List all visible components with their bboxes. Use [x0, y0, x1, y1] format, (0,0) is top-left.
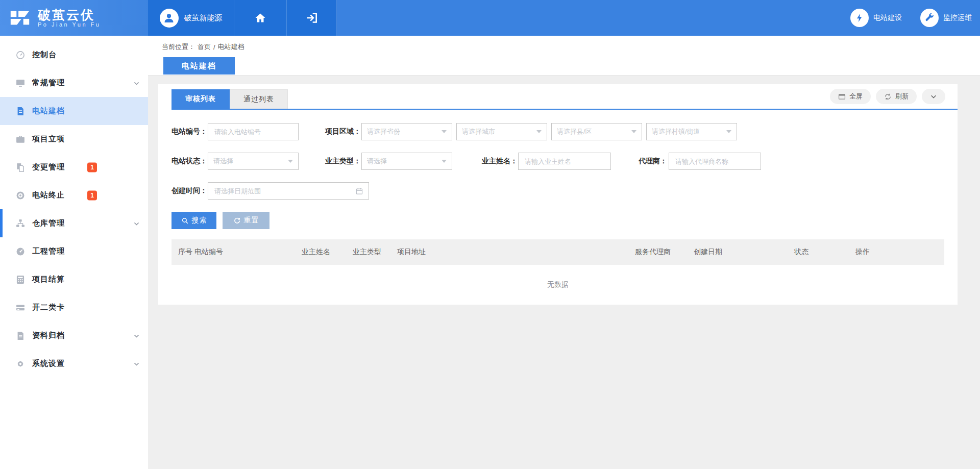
dashboard-icon	[15, 50, 26, 60]
nav-monitor-ops-label: 监控运维	[943, 13, 972, 22]
wrench-icon	[920, 9, 939, 27]
tab-passed-list[interactable]: 通过列表	[230, 89, 288, 109]
sidebar-item-data-archive[interactable]: 资料归档	[0, 322, 148, 350]
calculator-icon	[15, 275, 26, 285]
sidebar-item-label: 电站建档	[32, 106, 65, 116]
station-status-value: 请选择	[213, 157, 233, 166]
logout-button[interactable]	[287, 0, 337, 36]
date-range-input[interactable]	[213, 187, 355, 195]
column-header-owner-type: 业主类型	[353, 248, 397, 257]
user-name: 破茧新能源	[184, 13, 223, 23]
document-icon	[15, 106, 26, 116]
sidebar-item-console[interactable]: 控制台	[0, 41, 148, 69]
notification-badge: 1	[87, 190, 97, 200]
agent-label: 代理商：	[632, 157, 667, 166]
monitor-icon	[15, 78, 26, 88]
owner-name-input[interactable]	[524, 157, 605, 166]
sidebar-item-label: 系统设置	[32, 359, 65, 368]
nav-station-build-label: 电站建设	[873, 13, 902, 22]
search-button[interactable]: 搜索	[172, 212, 216, 229]
breadcrumb-home-link[interactable]: 首页	[198, 42, 211, 52]
village-select[interactable]: 请选择村镇/街道	[646, 123, 737, 140]
empty-state-text: 无数据	[172, 265, 944, 298]
owner-type-label: 业主类型：	[325, 157, 360, 166]
fullscreen-button[interactable]: 全屏	[830, 89, 871, 104]
sidebar-item-type2-card[interactable]: 开二类卡	[0, 293, 148, 322]
sidebar-item-warehouse-mgmt[interactable]: 仓库管理	[0, 209, 148, 237]
target-icon	[15, 190, 26, 201]
column-header-station-no: 电站编号	[194, 248, 302, 257]
column-header-owner-name: 业主姓名	[302, 248, 353, 257]
agent-input[interactable]	[674, 157, 755, 166]
nav-station-build[interactable]: 电站建设	[850, 9, 902, 27]
brand-logo-icon	[8, 6, 32, 30]
brand-subtitle: Po Jian Yun Fu	[38, 21, 101, 28]
chevron-down-icon	[133, 360, 140, 367]
page-tab-station-archive[interactable]: 电站建档	[163, 57, 235, 75]
briefcase-icon	[15, 134, 26, 144]
station-status-select[interactable]: 请选择	[208, 153, 299, 170]
column-header-service-agent: 服务代理商	[635, 248, 694, 257]
tab-review-list[interactable]: 审核列表	[172, 89, 230, 109]
sidebar-item-station-termination[interactable]: 电站终止 1	[0, 181, 148, 209]
sidebar-item-general-mgmt[interactable]: 常规管理	[0, 69, 148, 97]
sidebar-item-system-settings[interactable]: 系统设置	[0, 350, 148, 378]
fullscreen-icon	[838, 93, 846, 101]
home-icon	[254, 12, 266, 24]
owner-name-input-wrap	[518, 153, 611, 170]
village-select-value: 请选择村镇/街道	[652, 127, 700, 136]
home-button[interactable]	[234, 0, 287, 36]
sidebar-item-label: 仓库管理	[32, 218, 65, 228]
table-header-row: 序号 电站编号 业主姓名 业主类型 项目地址 服务代理商 创建日期 状态 操作	[172, 239, 944, 265]
sidebar: 控制台 常规管理 电站建档 项目立项	[0, 36, 148, 469]
column-header-actions: 操作	[855, 248, 944, 257]
chevron-down-icon	[133, 220, 140, 227]
brand-logo: 破茧云伏 Po Jian Yun Fu	[0, 0, 148, 36]
station-status-label: 电站状态：	[172, 157, 206, 166]
city-select[interactable]: 请选择城市	[456, 123, 547, 140]
breadcrumb-strip: 当前位置： 首页 / 电站建档 电站建档	[148, 36, 980, 76]
sidebar-item-label: 常规管理	[32, 78, 65, 88]
gear-icon	[15, 359, 26, 369]
sidebar-item-station-archive[interactable]: 电站建档	[0, 97, 148, 125]
owner-type-select[interactable]: 请选择	[361, 153, 452, 170]
calendar-icon	[355, 187, 363, 195]
results-table: 序号 电站编号 业主姓名 业主类型 项目地址 服务代理商 创建日期 状态 操作 …	[172, 239, 944, 298]
sidebar-item-project-initiation[interactable]: 项目立项	[0, 125, 148, 153]
tabs-bar: 审核列表 通过列表 全屏 刷新	[172, 84, 958, 110]
owner-type-value: 请选择	[367, 157, 387, 166]
station-no-input[interactable]	[213, 128, 293, 136]
fullscreen-label: 全屏	[849, 92, 863, 101]
city-select-value: 请选择城市	[462, 127, 495, 136]
nav-monitor-ops[interactable]: 监控运维	[920, 9, 972, 27]
province-select[interactable]: 请选择省份	[361, 123, 452, 140]
archive-file-icon	[15, 331, 26, 341]
collapse-toggle-button[interactable]	[922, 89, 945, 104]
content-card: 审核列表 通过列表 全屏 刷新	[158, 84, 958, 305]
user-menu[interactable]: 破茧新能源	[148, 0, 234, 36]
county-select[interactable]: 请选择县/区	[551, 123, 642, 140]
region-label: 项目区域：	[325, 127, 360, 136]
sidebar-item-project-settlement[interactable]: 项目结算	[0, 265, 148, 293]
sidebar-item-change-mgmt[interactable]: 变更管理 1	[0, 153, 148, 181]
sidebar-item-engineering-mgmt[interactable]: 工程管理	[0, 237, 148, 265]
caret-down-icon	[442, 160, 447, 163]
breadcrumb-prefix: 当前位置：	[162, 42, 195, 52]
sidebar-item-label: 电站终止	[32, 190, 65, 200]
refresh-button[interactable]: 刷新	[876, 89, 917, 104]
sidebar-item-label: 控制台	[32, 50, 57, 60]
chevron-down-icon	[133, 80, 140, 86]
chevron-down-icon	[930, 93, 937, 100]
sidebar-item-label: 项目结算	[32, 275, 65, 284]
column-header-index: 序号	[178, 248, 194, 257]
file-copy-icon	[15, 162, 26, 172]
date-range-input-wrap	[208, 182, 369, 200]
lightning-icon	[850, 9, 869, 27]
owner-name-label: 业主姓名：	[482, 157, 517, 166]
search-button-label: 搜索	[192, 216, 207, 225]
caret-down-icon	[288, 160, 293, 163]
reset-button[interactable]: 重置	[223, 212, 270, 229]
breadcrumb: 当前位置： 首页 / 电站建档	[162, 42, 980, 52]
column-header-created-date: 创建日期	[694, 248, 794, 257]
search-icon	[181, 217, 189, 225]
